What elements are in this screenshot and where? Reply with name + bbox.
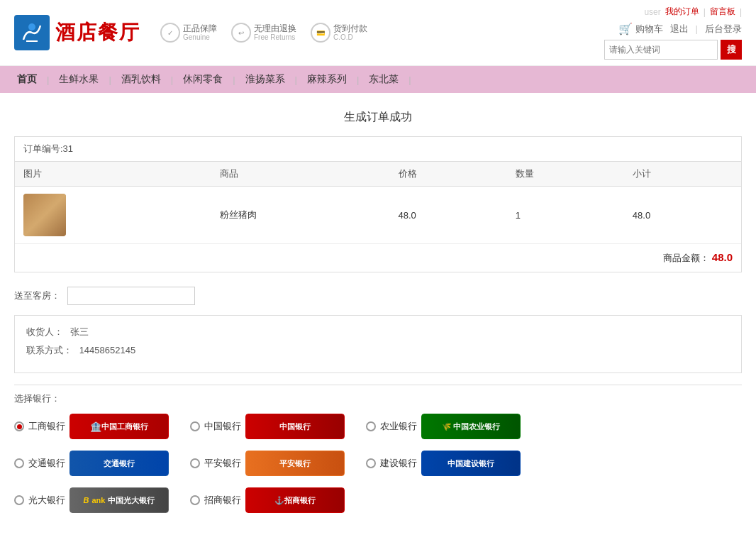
- admin-login-link[interactable]: 后台登录: [705, 23, 742, 35]
- product-image: [23, 194, 66, 236]
- nav-item-dairy[interactable]: 酒乳饮料: [111, 73, 171, 86]
- genuine-icon: ✓: [160, 23, 180, 43]
- sep3: |: [696, 23, 698, 34]
- col-subtotal: 小计: [624, 162, 741, 187]
- bank-item-ping[interactable]: 平安银行 平安银行: [190, 451, 345, 476]
- svg-point-1: [28, 23, 35, 31]
- logout-link[interactable]: 退出: [670, 23, 689, 35]
- bank-logo-comm: 交通银行: [70, 451, 169, 476]
- total-row: 商品金额： 48.0: [15, 244, 741, 272]
- nav-item-fresh[interactable]: 生鲜水果: [49, 73, 109, 86]
- delivery-label: 送至客房：: [14, 289, 60, 302]
- divider: [14, 385, 742, 385]
- bank-logo-icbc: 🏦 中国工商银行: [70, 414, 169, 439]
- col-product: 商品: [211, 162, 389, 187]
- bank-name-boc: 中国银行: [204, 420, 241, 433]
- cart-icon: 🛒: [618, 22, 633, 35]
- bank-label: 选择银行：: [14, 392, 742, 405]
- bank-logo-ping: 平安银行: [245, 451, 345, 476]
- radio-boc[interactable]: [190, 421, 200, 431]
- bank-logo-boc: 中国银行: [245, 414, 345, 439]
- receiver-box: 收货人： 张三 联系方式： 14458652145: [14, 315, 742, 373]
- nav-item-huaiyang[interactable]: 淮扬菜系: [235, 73, 295, 86]
- bank-row-1: 工商银行 🏦 中国工商银行 中国银行 中国银行 农业银行 🌾 中国农业银行: [14, 414, 742, 439]
- my-orders-link[interactable]: 我的订单: [665, 6, 699, 18]
- radio-ccb[interactable]: [366, 458, 376, 468]
- search-button[interactable]: 搜: [721, 40, 742, 60]
- bank-item-comm[interactable]: 交通银行 交通银行: [14, 451, 169, 476]
- badge-cod-main: 货到付款: [333, 23, 367, 33]
- radio-icbc[interactable]: [14, 421, 24, 431]
- bank-name-ccb: 建设银行: [380, 457, 417, 470]
- bank-logo-cmb: ⚓ 招商银行: [245, 487, 345, 513]
- bank-item-ceb[interactable]: 光大银行 Bank 中国光大银行: [14, 487, 169, 513]
- main-nav: 首页 | 生鲜水果 | 酒乳饮料 | 休闲零食 | 淮扬菜系 | 麻辣系列 | …: [0, 66, 756, 93]
- product-subtotal-cell: 48.0: [624, 187, 741, 244]
- bank-name-ceb: 光大银行: [28, 494, 65, 507]
- radio-comm[interactable]: [14, 458, 24, 468]
- badge-genuine-sub: Genuine: [183, 33, 217, 42]
- trust-badges: ✓ 正品保障 Genuine ↩ 无理由退换 Free Returns 💳 货到…: [160, 23, 367, 43]
- message-board-link[interactable]: 留言板: [710, 6, 735, 18]
- badge-cod: 💳 货到付款 C.O.D: [311, 23, 367, 43]
- top-links: user 我的订单 | 留言板 |: [644, 6, 742, 18]
- bank-item-boc[interactable]: 中国银行 中国银行: [190, 414, 345, 439]
- logo-icon: [14, 15, 50, 50]
- nav-item-spicy[interactable]: 麻辣系列: [297, 73, 357, 86]
- radio-cmb[interactable]: [190, 495, 200, 505]
- product-price-cell: 48.0: [390, 187, 507, 244]
- receiver-row: 收货人： 张三: [26, 326, 730, 338]
- bank-item-abc[interactable]: 农业银行 🌾 中国农业银行: [366, 414, 521, 439]
- cart-label: 购物车: [635, 23, 663, 35]
- bank-section: 选择银行： 工商银行 🏦 中国工商银行 中国银行 中国银行 农业银行: [14, 392, 742, 513]
- bank-item-ccb[interactable]: 建设银行 中国建设银行: [366, 451, 521, 476]
- order-box: 订单编号:31 图片 商品 价格 数量 小计 粉: [14, 136, 742, 272]
- nav-item-northeast[interactable]: 东北菜: [359, 73, 408, 86]
- table-row: 粉丝猪肉 48.0 1 48.0: [15, 187, 741, 244]
- bank-name-comm: 交通银行: [28, 457, 65, 470]
- receiver-label: 收货人：: [26, 326, 63, 337]
- radio-ping[interactable]: [190, 458, 200, 468]
- cart-button[interactable]: 🛒 购物车: [618, 22, 663, 35]
- order-number: 订单编号:31: [15, 137, 741, 162]
- table-header-row: 图片 商品 价格 数量 小计: [15, 162, 741, 187]
- product-quantity-cell: 1: [507, 187, 624, 244]
- bank-item-icbc[interactable]: 工商银行 🏦 中国工商银行: [14, 414, 169, 439]
- col-quantity: 数量: [507, 162, 624, 187]
- header-right: user 我的订单 | 留言板 | 🛒 购物车 退出 | 后台登录 搜: [604, 6, 742, 60]
- product-image-cell: [15, 187, 211, 244]
- total-label: 商品金额：: [663, 253, 709, 263]
- bank-name-abc: 农业银行: [380, 420, 417, 433]
- cod-icon: 💳: [311, 23, 330, 43]
- total-amount: 48.0: [712, 251, 733, 263]
- main-content: 生成订单成功 订单编号:31 图片 商品 价格 数量 小计: [0, 93, 756, 531]
- delivery-section: 送至客房：: [14, 287, 742, 305]
- bank-name-ping: 平安银行: [204, 457, 241, 470]
- search-input[interactable]: [604, 40, 718, 60]
- col-price: 价格: [390, 162, 507, 187]
- delivery-input[interactable]: [67, 287, 195, 305]
- search-area: 搜: [604, 40, 742, 60]
- bank-row-2: 交通银行 交通银行 平安银行 平安银行 建设银行 中国建设银行: [14, 451, 742, 476]
- product-name-cell: 粉丝猪肉: [211, 187, 389, 244]
- order-table: 图片 商品 价格 数量 小计 粉丝猪肉 48.0 1: [15, 162, 741, 244]
- sep1: |: [704, 7, 706, 17]
- badge-returns: ↩ 无理由退换 Free Returns: [231, 23, 296, 43]
- logo-area: 酒店餐厅 ✓ 正品保障 Genuine ↩ 无理由退换 Free Returns…: [14, 15, 367, 50]
- badge-genuine-main: 正品保障: [183, 23, 217, 33]
- success-title: 生成订单成功: [14, 110, 742, 125]
- bank-logo-abc: 🌾 中国农业银行: [421, 414, 521, 439]
- contact-row: 联系方式： 14458652145: [26, 344, 730, 357]
- bank-row-3: 光大银行 Bank 中国光大银行 招商银行 ⚓ 招商银行: [14, 487, 742, 513]
- badge-cod-sub: C.O.D: [333, 33, 367, 42]
- nav-item-snack[interactable]: 休闲零食: [173, 73, 233, 86]
- bank-logo-ccb: 中国建设银行: [421, 451, 521, 476]
- nav-item-home[interactable]: 首页: [7, 73, 47, 86]
- radio-ceb[interactable]: [14, 495, 24, 505]
- badge-returns-main: 无理由退换: [254, 23, 296, 33]
- badge-genuine: ✓ 正品保障 Genuine: [160, 23, 217, 43]
- radio-abc[interactable]: [366, 421, 376, 431]
- bank-item-cmb[interactable]: 招商银行 ⚓ 招商银行: [190, 487, 345, 513]
- contact-label: 联系方式：: [26, 345, 72, 355]
- header: 酒店餐厅 ✓ 正品保障 Genuine ↩ 无理由退换 Free Returns…: [0, 0, 756, 66]
